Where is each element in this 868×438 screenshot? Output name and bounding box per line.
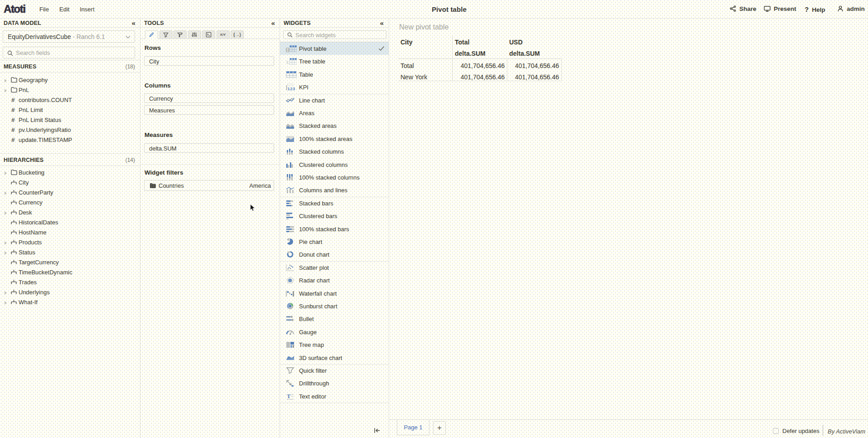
svg-text:123: 123 — [288, 86, 295, 91]
svg-text:T: T — [287, 393, 291, 399]
